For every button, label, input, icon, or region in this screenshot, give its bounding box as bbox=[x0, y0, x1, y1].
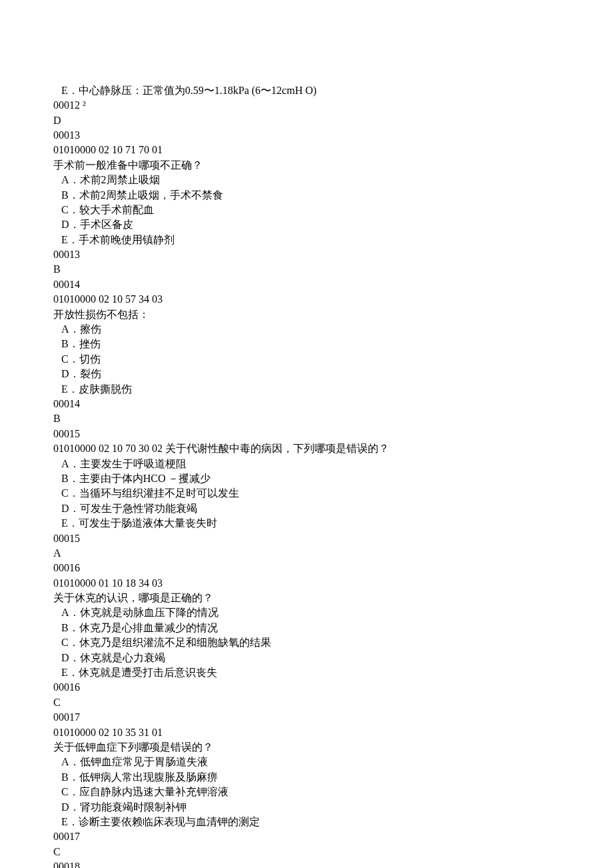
document-content: E．中心静脉压：正常值为0.59〜1.18kPa (6〜12cmH O)0001… bbox=[53, 83, 560, 868]
text-line: B．休克乃是心排血量减少的情况 bbox=[53, 621, 560, 635]
text-line: C．应自静脉内迅速大量补充钾溶液 bbox=[53, 785, 560, 799]
text-line: 关于休克的认识，哪项是正确的？ bbox=[53, 591, 560, 605]
text-line: E．可发生于肠道液体大量丧失时 bbox=[53, 516, 560, 531]
text-line: 00013 bbox=[53, 128, 560, 143]
text-line: C bbox=[53, 845, 560, 859]
text-line: E．诊断主要依赖临床表现与血清钾的测定 bbox=[53, 815, 560, 829]
text-line: 00016 bbox=[53, 561, 560, 575]
text-line: 01010000 02 10 71 70 01 bbox=[53, 143, 560, 157]
text-line: A．低钾血症常见于胃肠道失液 bbox=[53, 755, 560, 769]
text-line: E．皮肤撕脱伤 bbox=[53, 382, 560, 397]
text-line: 00014 bbox=[53, 277, 560, 292]
text-line: 00012 ² bbox=[53, 98, 560, 113]
text-line: 00017 bbox=[53, 829, 560, 844]
text-line: 00016 bbox=[53, 680, 560, 695]
text-line: A．休克就是动脉血压下降的情况 bbox=[53, 605, 560, 620]
text-line: D bbox=[53, 113, 560, 128]
text-line: 00014 bbox=[53, 397, 560, 411]
text-line: C．休克乃是组织灌流不足和细胞缺氧的结果 bbox=[53, 635, 560, 650]
text-line: B bbox=[53, 262, 560, 277]
text-line: B bbox=[53, 411, 560, 426]
text-line: C．较大手术前配血 bbox=[53, 203, 560, 217]
text-line: B．术前2周禁止吸烟，手术不禁食 bbox=[53, 188, 560, 203]
text-line: D．休克就是心力衰竭 bbox=[53, 651, 560, 665]
text-line: D．可发生于急性肾功能衰竭 bbox=[53, 501, 560, 516]
text-line: 00013 bbox=[53, 247, 560, 262]
text-line: E．手术前晚使用镇静剂 bbox=[53, 233, 560, 247]
text-line: C bbox=[53, 695, 560, 710]
text-line: D．手术区备皮 bbox=[53, 217, 560, 232]
text-line: E．中心静脉压：正常值为0.59〜1.18kPa (6〜12cmH O) bbox=[53, 83, 560, 98]
text-line: A．主要发生于呼吸道梗阻 bbox=[53, 457, 560, 471]
text-line: C．切伤 bbox=[53, 352, 560, 367]
text-line: 开放性损伤不包括： bbox=[53, 307, 560, 322]
text-line: C．当循环与组织灌挂不足时可以发生 bbox=[53, 486, 560, 501]
text-line: B．挫伤 bbox=[53, 337, 560, 351]
text-line: A．擦伤 bbox=[53, 322, 560, 337]
text-line: 00018 bbox=[53, 859, 560, 868]
text-line: B．主要由于体内HCO －攫减少 bbox=[53, 471, 560, 486]
text-line: 关于低钾血症下列哪项是错误的？ bbox=[53, 740, 560, 755]
text-line: A bbox=[53, 546, 560, 561]
text-line: B．低钾病人常出现腹胀及肠麻痹 bbox=[53, 770, 560, 785]
text-line: 00015 bbox=[53, 427, 560, 441]
text-line: D．裂伤 bbox=[53, 367, 560, 381]
document-page: E．中心静脉压：正常值为0.59〜1.18kPa (6〜12cmH O)0001… bbox=[0, 0, 613, 868]
text-line: 01010000 02 10 70 30 02 关于代谢性酸中毒的病因，下列哪项… bbox=[53, 441, 560, 456]
text-line: 01010000 02 10 57 34 03 bbox=[53, 292, 560, 307]
text-line: 01010000 02 10 35 31 01 bbox=[53, 725, 560, 740]
text-line: 00017 bbox=[53, 710, 560, 725]
text-line: 01010000 01 10 18 34 03 bbox=[53, 576, 560, 591]
text-line: 手术前一般准备中哪项不正确？ bbox=[53, 158, 560, 173]
text-line: E．休克就是遭受打击后意识丧失 bbox=[53, 665, 560, 680]
text-line: 00015 bbox=[53, 531, 560, 546]
text-line: D．肾功能衰竭时限制补钾 bbox=[53, 800, 560, 815]
text-line: A．术前2周禁止吸烟 bbox=[53, 173, 560, 187]
